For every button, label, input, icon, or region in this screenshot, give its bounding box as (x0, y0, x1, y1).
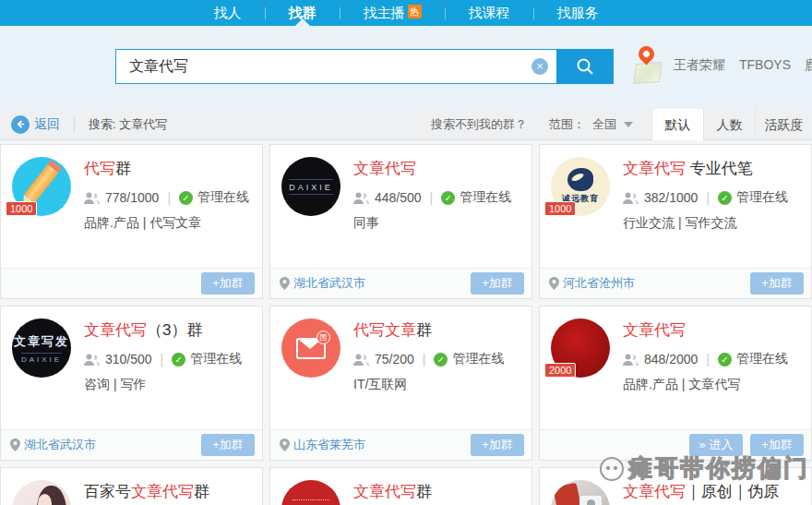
scope-label: 范围： (549, 116, 585, 133)
group-members: 310/500| ✓ 管理在线 (84, 351, 242, 367)
group-title[interactable]: 代写文章群 (353, 319, 504, 341)
chevron-down-icon[interactable] (624, 122, 633, 132)
group-location[interactable]: 山东省莱芜市 (280, 437, 365, 453)
group-avatar[interactable]: 诚远教育 1000 (551, 157, 610, 216)
group-members: 382/1000| ✓ 管理在线 (623, 189, 788, 206)
join-group-button[interactable]: +加群 (471, 272, 524, 295)
group-avatar[interactable] (551, 480, 610, 505)
clear-search-icon[interactable]: × (531, 58, 548, 75)
group-avatar[interactable] (12, 480, 71, 505)
tab-find-groups[interactable]: 找群 (266, 0, 340, 26)
hot-keywords: 王者荣耀 TFBOYS 鹿晗 (674, 57, 812, 74)
sort-tabs: 默认 人数 活跃度 (651, 109, 812, 140)
tab-find-services[interactable]: 找服务 (534, 0, 622, 26)
back-label: 返回 (34, 116, 60, 133)
group-members: 848/2000| ✓ 管理在线 (623, 351, 788, 367)
photo-avatar (12, 480, 71, 505)
group-card: 百家号文章代写群 (0, 467, 263, 505)
capacity-badge: 1000 (6, 201, 37, 216)
tab-find-courses[interactable]: 找课程 (446, 0, 533, 26)
join-group-button[interactable]: +加群 (471, 434, 524, 456)
group-title[interactable]: 文章代写 (623, 319, 788, 341)
group-members: 75/200| ✓ 管理在线 (353, 351, 504, 367)
join-group-button[interactable]: +加群 (201, 272, 255, 295)
members-icon (353, 354, 369, 366)
group-card: 诚远教育 1000 文章代写 专业代笔 382/1000| ✓ 管理在线 行业交… (539, 144, 812, 299)
group-avatar[interactable]: 2000 (551, 319, 610, 378)
group-tags: 品牌.产品 | 文章代写 (623, 377, 788, 393)
divider (74, 117, 75, 132)
results-grid: 1000 代写群 778/1000| ✓ 管理在线 品牌.产品 | 代写文章 +… (0, 140, 812, 505)
members-icon (84, 192, 100, 204)
hot-keyword[interactable]: 王者荣耀 (674, 57, 725, 74)
enter-group-button[interactable]: » 进入 (689, 434, 743, 456)
group-title[interactable]: 文章代写群 (353, 481, 432, 502)
map-search-icon[interactable] (633, 46, 663, 87)
envelope-avatar-icon: 国 (281, 319, 340, 378)
group-card: 2000 文章代写 848/2000| ✓ 管理在线 品牌.产品 | 文章代写 … (539, 306, 812, 461)
back-arrow-icon (11, 115, 30, 134)
join-group-button[interactable]: +加群 (201, 434, 255, 456)
group-card: 1000 代写群 778/1000| ✓ 管理在线 品牌.产品 | 代写文章 +… (0, 144, 263, 299)
group-location[interactable]: 湖北省武汉市 (280, 275, 365, 292)
admin-online-icon: ✓ (179, 191, 193, 205)
group-location[interactable]: 河北省沧州市 (549, 275, 635, 292)
search-box: × (115, 49, 614, 84)
search-input[interactable] (115, 49, 556, 84)
sort-tab-activity[interactable]: 活跃度 (755, 109, 812, 140)
admin-status: 管理在线 (452, 351, 504, 367)
join-group-button[interactable]: +加群 (750, 272, 804, 295)
group-avatar[interactable]: 撰写文章 (281, 480, 340, 505)
group-card: 文章代写｜原创｜伪原 (539, 467, 812, 505)
cant-find-group-link[interactable]: 搜索不到我的群？ (431, 116, 527, 133)
capacity-badge: 1000 (544, 201, 576, 216)
admin-online-icon: ✓ (441, 191, 455, 205)
location-pin-icon (549, 277, 559, 290)
group-tags: 品牌.产品 | 代写文章 (84, 215, 249, 232)
search-section: × 王者荣耀 TFBOYS 鹿晗 (0, 26, 812, 109)
admin-status: 管理在线 (190, 351, 242, 367)
location-pin-icon (10, 439, 20, 451)
admin-online-icon: ✓ (718, 353, 732, 367)
group-title[interactable]: 文章代写（3）群 (84, 319, 242, 341)
group-title[interactable]: 文章代写 专业代笔 (623, 158, 788, 179)
members-icon (623, 354, 639, 366)
group-tags: 行业交流 | 写作交流 (623, 215, 788, 232)
group-tags: 同事 (353, 215, 511, 232)
map-sheet-icon (633, 62, 662, 84)
card-footer: 河北省沧州市 +加群 (540, 268, 811, 298)
group-members: 778/1000| ✓ 管理在线 (84, 189, 249, 206)
group-avatar[interactable]: 1000 (12, 157, 71, 216)
admin-status: 管理在线 (460, 189, 511, 206)
tab-find-streamers[interactable]: 找主播热 (340, 0, 445, 26)
group-title[interactable]: 文章代写 (353, 158, 511, 179)
filter-bar: 返回 搜索: 文章代写 搜索不到我的群？ 范围： 全国 默认 人数 活跃度 (0, 109, 812, 140)
hot-keyword[interactable]: 鹿晗 (805, 57, 812, 74)
group-location[interactable]: 湖北省武汉市 (10, 437, 96, 453)
group-avatar[interactable]: DAIXIE (281, 157, 340, 216)
daixie-avatar-icon: DAIXIE (281, 157, 340, 216)
hot-keyword[interactable]: TFBOYS (739, 57, 791, 74)
group-title[interactable]: 文章代写｜原创｜伪原 (623, 481, 779, 502)
members-icon (84, 354, 100, 366)
group-members: 448/500| ✓ 管理在线 (353, 189, 511, 206)
group-tags: IT/互联网 (353, 377, 504, 393)
admin-status: 管理在线 (197, 189, 249, 206)
group-title[interactable]: 百家号文章代写群 (84, 481, 209, 502)
group-avatar[interactable]: 国 (281, 319, 340, 378)
scope-select[interactable]: 全国 (592, 116, 616, 133)
group-title[interactable]: 代写群 (84, 158, 249, 179)
sort-tab-members[interactable]: 人数 (703, 109, 755, 140)
join-group-button[interactable]: +加群 (750, 434, 804, 456)
search-button[interactable] (556, 49, 614, 84)
sort-tab-default[interactable]: 默认 (651, 109, 703, 140)
card-footer: 湖北省武汉市 +加群 (1, 429, 262, 460)
group-avatar[interactable]: 文章写发DAIXIE (12, 319, 71, 378)
card-footer: 湖北省武汉市 +加群 (270, 268, 531, 298)
group-card: DAIXIE 文章代写 448/500| ✓ 管理在线 同事 湖北省武汉市 +加… (269, 144, 532, 299)
top-nav: 找人 找群 找主播热 找课程 找服务 (0, 0, 812, 26)
tab-find-people[interactable]: 找人 (191, 0, 265, 26)
admin-status: 管理在线 (736, 351, 788, 367)
back-button[interactable]: 返回 (11, 115, 60, 134)
search-icon (576, 57, 594, 76)
